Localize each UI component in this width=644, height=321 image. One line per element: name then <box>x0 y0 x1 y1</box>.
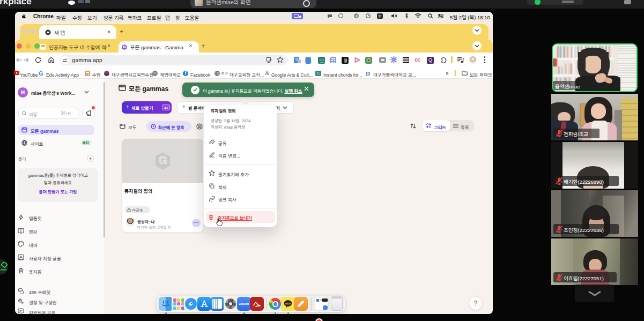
svg-text:TALK: TALK <box>285 302 291 305</box>
